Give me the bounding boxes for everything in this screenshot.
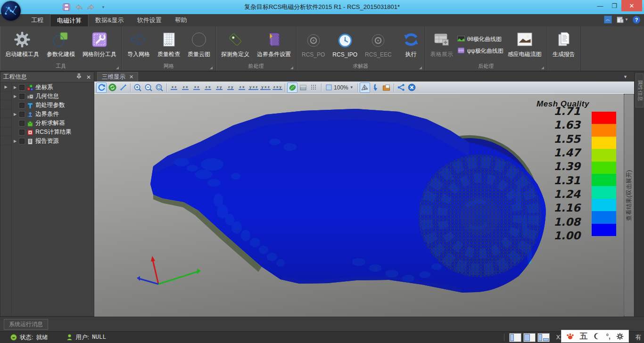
capture-image-button[interactable] <box>381 82 392 93</box>
ime-wubi-mode[interactable]: 五 <box>580 331 588 342</box>
viewport-3d[interactable]: Mesh Quality 1.711.631.551.471.391.311.2… <box>94 94 624 317</box>
mesh-partition-tool-button[interactable]: 网格剖分工具 <box>79 30 120 60</box>
refresh-view-button[interactable] <box>107 82 117 93</box>
tree-item-resource[interactable]: ▶报告资源 <box>12 137 94 146</box>
tree-item-preproc[interactable]: 前处理参数 <box>12 101 94 110</box>
points-mode-button[interactable] <box>309 82 319 93</box>
view-orientation-button-0[interactable]: x z <box>169 82 179 93</box>
zoom-fit-button[interactable] <box>154 82 165 93</box>
tree-item-geom[interactable]: ▶几何信息 <box>12 92 94 101</box>
ime-settings-gear-icon[interactable] <box>616 333 624 340</box>
layout-left-button[interactable] <box>509 333 521 342</box>
tree-checkbox[interactable] <box>19 121 25 126</box>
rcs-eec-button[interactable]: RCS_EEC <box>362 31 395 60</box>
expand-arrow-icon[interactable]: ▶ <box>13 139 17 143</box>
ime-punctuation-mode[interactable]: °, <box>606 333 611 340</box>
group-dialog-launcher-icon[interactable] <box>290 66 293 69</box>
collapse-ribbon-button[interactable]: ︿ <box>604 16 612 24</box>
tree-gutter-cell[interactable] <box>0 109 11 118</box>
tree-checkbox[interactable] <box>19 130 25 135</box>
tree-checkbox[interactable] <box>19 139 25 144</box>
menu-tab-2[interactable]: 数据&显示 <box>89 14 131 26</box>
view-orientation-button-3[interactable]: z x <box>203 82 213 93</box>
minimize-button[interactable]: — <box>593 0 607 11</box>
ime-logo-paw-icon[interactable] <box>566 332 574 340</box>
ime-moon-icon[interactable] <box>594 333 601 340</box>
layout-split-button[interactable] <box>523 333 536 342</box>
parametric-modeling-button[interactable]: 参数化建模 <box>43 30 78 60</box>
boundary-condition-settings-button[interactable]: 边界条件设置 <box>254 30 294 60</box>
theta-polarization-curve-button[interactable]: θθ极化曲线图 <box>457 35 504 44</box>
rcs-ipo-button[interactable]: RCS_IPO <box>329 31 361 60</box>
zoom-out-button[interactable] <box>143 82 154 93</box>
rcs-po-button[interactable]: RCS_PO <box>298 31 328 60</box>
view-orientation-button-6[interactable]: z x <box>237 82 247 93</box>
view-orientation-button-4[interactable]: z y <box>214 82 224 93</box>
zoom-level-control[interactable]: 100% ▼ <box>323 84 355 91</box>
close-button[interactable]: ✕ <box>621 0 642 11</box>
launch-modeling-tool-button[interactable]: 启动建模工具 <box>2 30 42 60</box>
group-dialog-launcher-icon[interactable] <box>116 66 119 69</box>
tree-item-result[interactable]: RCS计算结果 <box>12 128 94 137</box>
tree-checkbox[interactable] <box>19 103 25 108</box>
ime-toolbar[interactable]: 五 °, <box>561 330 629 343</box>
menu-tab-3[interactable]: 软件设置 <box>131 14 168 26</box>
expand-arrow-icon[interactable]: ▶ <box>13 85 17 90</box>
quality-cloud-map-button[interactable]: 质量云图 <box>184 30 214 60</box>
tree-checkbox[interactable] <box>19 85 25 90</box>
view-orientation-button-8[interactable]: y x z <box>260 82 271 93</box>
shaded-mode-button[interactable] <box>287 82 297 93</box>
tab-close-icon[interactable]: ✕ <box>129 74 133 80</box>
tree-gutter-cell[interactable] <box>0 91 11 100</box>
flat-mode-button[interactable] <box>298 82 308 93</box>
tree-item-coord[interactable]: ▶坐标系 <box>12 83 94 92</box>
expand-arrow-icon[interactable]: ▶ <box>13 94 17 98</box>
window-style-dropdown-icon[interactable]: ▼ <box>625 17 628 22</box>
tree-gutter-cell[interactable] <box>0 118 11 127</box>
quality-check-button[interactable]: 质量检查 <box>154 30 183 60</box>
expand-arrow-icon[interactable]: ▶ <box>13 112 17 116</box>
tree-gutter-cell[interactable] <box>0 100 11 109</box>
view-orientation-button-1[interactable]: z x <box>180 82 190 93</box>
tree-checkbox[interactable] <box>19 94 25 99</box>
menu-tab-4[interactable]: 帮助 <box>168 14 194 26</box>
group-dialog-launcher-icon[interactable] <box>210 66 213 69</box>
restore-button[interactable]: ❐ <box>607 0 621 11</box>
window-style-button[interactable]: ▼ <box>616 16 628 24</box>
arrow-down-button[interactable] <box>371 82 381 93</box>
execute-button[interactable]: 执行 <box>399 30 423 60</box>
psi-polarization-curve-button[interactable]: ψψ极化曲线图 <box>457 47 504 56</box>
view-orientation-button-7[interactable]: y x z <box>248 82 259 93</box>
zoom-dropdown-icon[interactable]: ▼ <box>350 85 354 90</box>
pan-view-button[interactable] <box>118 82 128 93</box>
view-orientation-button-2[interactable]: x z <box>191 82 202 93</box>
menu-tab-0[interactable]: 工程 <box>25 14 50 26</box>
share-link-button[interactable] <box>396 82 406 93</box>
induced-em-current-map-button[interactable]: 感应电磁流图 <box>504 30 545 60</box>
probe-angle-define-button[interactable]: 探测角定义 <box>218 30 253 60</box>
tree-item-boundary[interactable]: ▶边界条件 <box>12 110 94 119</box>
menu-tab-1[interactable]: 电磁计算 <box>50 14 89 26</box>
tree-item-solver[interactable]: 分析求解器 <box>12 119 94 128</box>
rotate-view-button[interactable] <box>96 82 107 93</box>
generate-report-button[interactable]: 生成报告 <box>549 30 578 60</box>
tree-gutter-cell[interactable]: ▶ <box>0 82 11 91</box>
view-orientation-button-5[interactable]: z y <box>225 82 236 93</box>
layout-bottom-button[interactable] <box>537 333 550 342</box>
import-mesh-button[interactable]: 导入网格 <box>124 30 153 60</box>
cancel-button[interactable] <box>407 82 417 93</box>
group-dialog-launcher-icon[interactable] <box>419 66 422 69</box>
app-logo-icon[interactable] <box>1 1 21 21</box>
view-results-collapsed-tab[interactable]: 查看结果(双击展开) <box>624 94 634 317</box>
tree-gutter-cell[interactable] <box>0 127 11 136</box>
tab-3d-display[interactable]: 三维显示 ✕ <box>97 72 138 82</box>
zoom-in-button[interactable] <box>132 82 143 93</box>
pin-icon[interactable] <box>76 74 82 81</box>
panel-close-icon[interactable]: ✕ <box>86 74 91 81</box>
table-display-button[interactable]: 表格展示 <box>427 30 456 60</box>
mesh-display-button[interactable] <box>360 82 370 93</box>
group-dialog-launcher-icon[interactable] <box>541 66 544 69</box>
view-orientation-button-9[interactable]: z x y <box>272 82 283 93</box>
tree-gutter-cell[interactable] <box>0 136 11 145</box>
help-button[interactable]: ? <box>633 16 640 24</box>
